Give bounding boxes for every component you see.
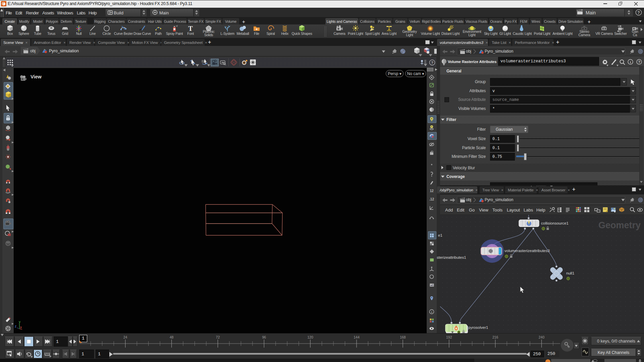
svg-text:.12: .12	[429, 197, 434, 201]
svg-text:y: y	[19, 320, 20, 324]
svg-text:240: 240	[539, 335, 545, 339]
svg-text:192: 192	[446, 335, 452, 339]
svg-text:168: 168	[400, 335, 406, 339]
svg-text:24: 24	[123, 335, 127, 339]
svg-text:96: 96	[262, 335, 266, 339]
svg-text:i: i	[431, 310, 432, 314]
svg-text:12: 12	[430, 189, 434, 193]
svg-text:48: 48	[170, 335, 174, 339]
svg-text:x: x	[20, 325, 22, 329]
svg-text:?: ?	[431, 61, 433, 65]
svg-text:72: 72	[216, 335, 220, 339]
svg-text:T: T	[188, 25, 193, 32]
svg-text:216: 216	[492, 335, 498, 339]
svg-text:?: ?	[638, 60, 640, 64]
svg-text:120: 120	[307, 335, 313, 339]
svg-text:i: i	[630, 60, 631, 64]
svg-text:z: z	[15, 324, 16, 328]
svg-text:144: 144	[354, 335, 360, 339]
svg-text:?: ?	[637, 10, 640, 15]
